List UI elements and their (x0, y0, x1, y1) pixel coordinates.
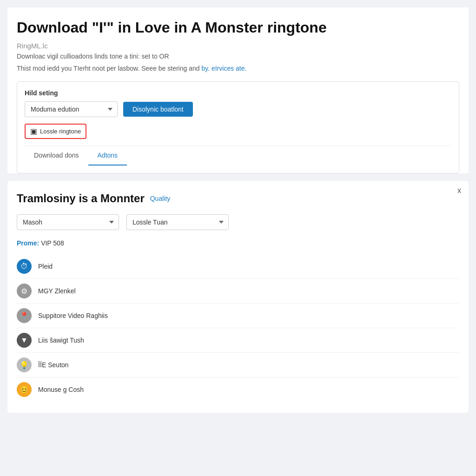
feature-icon-0: ⏱ (17, 259, 32, 274)
brand-name: RingML.lc (17, 42, 459, 50)
feature-icon-3: ▼ (17, 333, 32, 348)
settings-row: Moduma edution Disolynic boatlont (25, 101, 451, 117)
description-link[interactable]: by. eIrvices ate. (201, 65, 246, 72)
feature-item-4[interactable]: 💡l̈l̈E Seuton (17, 353, 459, 377)
feature-icon-5: 😊 (17, 382, 32, 397)
feature-item-2[interactable]: 📍Suppitore Video Raghiis (17, 304, 459, 328)
settings-dropdown[interactable]: Moduma edution (25, 101, 118, 117)
tab-download-dons[interactable]: Download dons (25, 146, 88, 165)
close-button[interactable]: x (457, 186, 461, 195)
tabs-row: Download dons Adtons (25, 145, 451, 165)
feature-label-1: MGY Zlenkel (38, 287, 76, 295)
feature-label-2: Suppitore Video Raghiis (38, 312, 108, 319)
feature-item-1[interactable]: ⚙MGY Zlenkel (17, 279, 459, 304)
dropdowns-row: Masoh Lossle Tuan (17, 214, 459, 230)
subtitle-text: Downloac vigil cullioadons linds tone a … (17, 53, 459, 60)
feature-item-5[interactable]: 😊Monuse g Cosh (17, 377, 459, 402)
feature-list: ⏱Pleid⚙MGY Zlenkel📍Suppitore Video Raghi… (17, 254, 459, 402)
quality-link[interactable]: Quality (150, 195, 171, 202)
description-text: Thist mod iedd you TIerht noot per lasbo… (17, 65, 459, 72)
dropdown-masoh[interactable]: Masoh (17, 214, 119, 230)
section-title: Tramlosiny is a Monnter (17, 192, 145, 205)
description-static: Thist mod iedd you TIerht noot per lasbo… (17, 65, 200, 72)
dropdown-lossle[interactable]: Lossle Tuan (126, 214, 229, 230)
feature-item-0[interactable]: ⏱Pleid (17, 254, 459, 279)
settings-button[interactable]: Disolynic boatlont (123, 102, 193, 117)
feature-label-5: Monuse g Cosh (38, 386, 84, 393)
feature-icon-1: ⚙ (17, 284, 32, 298)
badge-label: Lossle ringtone (40, 128, 81, 135)
badge-icon: ▣ (30, 127, 37, 136)
section-title-row: Tramlosiny is a Monnter Quality (17, 192, 459, 205)
feature-icon-4: 💡 (17, 357, 32, 372)
tab-adtons[interactable]: Adtons (88, 146, 127, 165)
main-title: Download "I'" in Love in A Monster ringt… (17, 19, 459, 36)
prome-label: Prome: VIP 508 (17, 239, 459, 247)
lossle-badge[interactable]: ▣ Lossle ringtone (25, 124, 86, 139)
prome-key: Prome: (17, 239, 39, 247)
page-wrapper: Download "I'" in Love in A Monster ringt… (7, 7, 469, 413)
settings-card: Hild seting Moduma edution Disolynic boa… (17, 81, 459, 173)
prome-value: VIP 508 (41, 239, 64, 247)
bottom-section: x Tramlosiny is a Monnter Quality Masoh … (7, 181, 469, 413)
feature-icon-2: 📍 (17, 308, 32, 323)
feature-label-0: Pleid (38, 263, 53, 270)
feature-label-3: Liis šawigt Tush (38, 337, 84, 344)
feature-item-3[interactable]: ▼Liis šawigt Tush (17, 328, 459, 353)
top-section: Download "I'" in Love in A Monster ringt… (7, 7, 469, 173)
feature-label-4: l̈l̈E Seuton (38, 361, 69, 369)
settings-label: Hild seting (25, 89, 451, 97)
